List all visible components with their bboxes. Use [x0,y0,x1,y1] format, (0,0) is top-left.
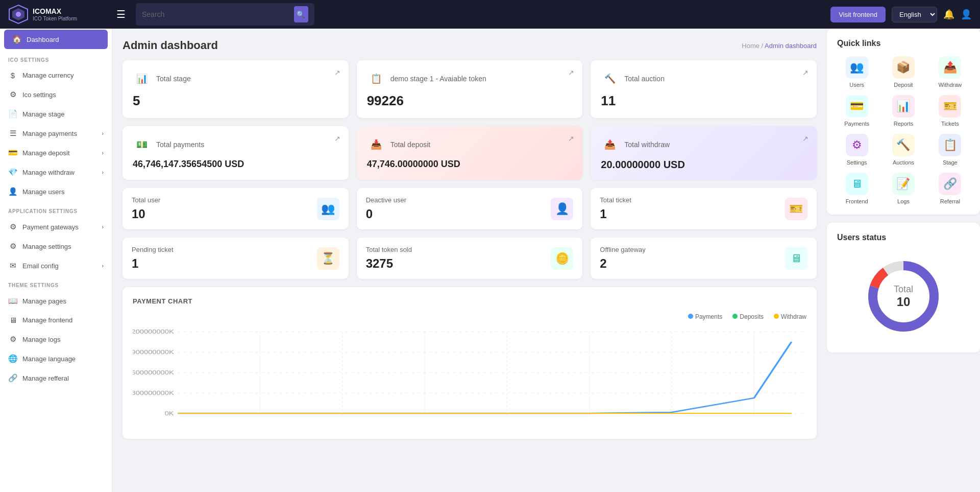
settings-icon: ⚙ [8,90,17,99]
ql-item-payments[interactable]: 💳 Payments [837,95,876,127]
quick-links-title: Quick links [837,39,970,48]
ql-item-reports[interactable]: 📊 Reports [884,95,923,127]
settings2-icon: ⚙ [8,242,17,251]
ql-item-withdraw[interactable]: 📤 Withdraw [930,56,970,88]
sidebar-label: Manage users [22,188,64,196]
sidebar-item-manage-users[interactable]: 👤 Manage users [0,182,112,201]
pending-ticket-icon: ⏳ [317,247,339,270]
deposit-icon: 💳 [8,148,17,157]
ql-item-deposit[interactable]: 📦 Deposit [884,56,923,88]
arrow-icon-total-stage[interactable]: ↗ [334,68,340,77]
quick-links-card: Quick links 👥 Users 📦 Deposit 📤 Withdraw… [827,29,980,215]
ql-item-stage[interactable]: 📋 Stage [930,134,970,166]
logo-name: ICOMAX [33,7,77,16]
pages-icon: 📖 [8,296,17,306]
sidebar-item-manage-stage[interactable]: 📄 Manage stage [0,104,112,124]
total-stage-value: 5 [133,93,338,109]
sidebar-item-manage-pages[interactable]: 📖 Manage pages [0,291,112,311]
sidebar-label: Manage deposit [22,149,70,157]
breadcrumb-current: Admin dashboard [765,42,817,50]
ql-item-logs[interactable]: 📝 Logs [884,173,923,204]
ql-item-tickets[interactable]: 🎫 Tickets [930,95,970,127]
ql-deposit-icon: 📦 [892,56,915,79]
small-card-total-user: Total user 10 👥 [122,188,349,229]
users-icon: 👤 [8,187,17,196]
card-header: 📋 demo stage 1 - Avaiable token [367,69,573,88]
ql-item-referral[interactable]: 🔗 Referral [930,173,970,204]
referral-icon: 🔗 [8,373,17,383]
sidebar-item-manage-currency[interactable]: $ Manage currency [0,66,112,85]
ql-users-label: Users [849,82,864,88]
small-card-total-token-sold: Total token sold 3275 🪙 [357,238,583,279]
users-status-title: Users status [837,233,970,242]
search-button[interactable]: 🔍 [294,6,308,22]
card-left: Total token sold 3275 [366,246,412,271]
sidebar-item-manage-language[interactable]: 🌐 Manage language [0,349,112,368]
total-payments-value: 46,746,147.35654500 USD [133,159,338,170]
sidebar-item-manage-frontend[interactable]: 🖥 Manage frontend [0,311,112,330]
sidebar-item-manage-deposit[interactable]: 💳 Manage deposit › [0,143,112,162]
ql-stage-icon: 📋 [939,134,961,156]
bottom-row: PAYMENT CHART Payments Deposits Withdraw [122,287,817,439]
right-panel: Quick links 👥 Users 📦 Deposit 📤 Withdraw… [827,29,980,492]
main-layout: 🏠 Dashboard ICO SETTINGS $ Manage curren… [0,29,980,492]
breadcrumb-home[interactable]: Home [742,42,760,50]
user-avatar-icon[interactable]: 👤 [961,9,972,20]
sidebar-item-manage-payments[interactable]: ☰ Manage payments › [0,124,112,143]
sidebar-item-manage-withdraw[interactable]: 💎 Manage withdraw › [0,162,112,182]
hamburger-menu[interactable]: ☰ [116,8,126,20]
ql-tickets-icon: 🎫 [939,95,961,118]
total-payments-icon: 💵 [133,135,151,154]
arrow-icon-total-auction[interactable]: ↗ [802,68,808,77]
total-auction-value: 11 [601,93,806,109]
deactive-user-value: 0 [366,207,406,221]
sidebar-item-ico-settings[interactable]: ⚙ Ico settings [0,85,112,104]
ql-item-auctions[interactable]: 🔨 Auctions [884,134,923,166]
ql-withdraw-icon: 📤 [939,56,961,79]
svg-point-2 [16,12,21,17]
donut-total-label: Total [894,284,913,295]
chevron-right-icon: › [102,224,104,230]
ql-logs-label: Logs [897,198,910,204]
card-left: Pending ticket 1 [132,246,174,271]
ql-referral-label: Referral [940,198,960,204]
sidebar-item-manage-settings[interactable]: ⚙ Manage settings [0,237,112,256]
logo-icon [8,4,29,25]
arrow-icon-total-withdraw[interactable]: ↗ [802,134,808,143]
small-card-deactive-user: Deactive user 0 👤 [357,188,583,229]
sidebar-item-label: Dashboard [27,36,59,43]
total-withdraw-value: 20.00000000 USD [601,159,806,171]
ql-item-frontend[interactable]: 🖥 Frontend [837,173,876,204]
sidebar-item-manage-logs[interactable]: ⚙ Manage logs [0,330,112,349]
total-stage-label: Total stage [156,75,191,83]
sidebar-item-email-config[interactable]: ✉ Email config › [0,256,112,275]
offline-gateway-value: 2 [600,256,645,271]
card-left: Deactive user 0 [366,196,406,221]
stats-row-1: ↗ 📊 Total stage 5 ↗ 📋 demo stage 1 - Ava… [122,60,817,118]
sidebar-item-dashboard[interactable]: 🏠 Dashboard [4,30,108,49]
ql-reports-label: Reports [894,121,914,127]
deactive-user-icon: 👤 [551,198,573,220]
notification-icon[interactable]: 🔔 [943,9,954,20]
logo[interactable]: ICOMAX ICO Token Platform [8,4,110,25]
arrow-icon-total-deposit[interactable]: ↗ [568,134,574,143]
sidebar-item-manage-referral[interactable]: 🔗 Manage refferal [0,368,112,388]
search-input[interactable] [142,10,290,18]
ql-item-settings[interactable]: ⚙ Settings [837,134,876,166]
total-ticket-label: Total ticket [600,196,631,204]
sidebar-label: Manage frontend [22,316,72,324]
ql-auctions-label: Auctions [893,159,914,166]
ql-reports-icon: 📊 [892,95,915,118]
arrow-icon-total-payments[interactable]: ↗ [334,134,340,143]
card-left: Offline gateway 2 [600,246,645,271]
logs-icon: ⚙ [8,335,17,344]
sidebar-item-payment-gateways[interactable]: ⚙ Payment gateways › [0,217,112,237]
ql-item-users[interactable]: 👥 Users [837,56,876,88]
ql-frontend-label: Frontend [846,198,868,204]
arrow-icon-demo-stage[interactable]: ↗ [568,68,574,77]
visit-frontend-button[interactable]: Visit frontend [830,7,886,22]
quick-links-grid: 👥 Users 📦 Deposit 📤 Withdraw 💳 Payments … [837,56,970,204]
language-select[interactable]: English Spanish French [892,7,937,22]
email-icon: ✉ [8,261,17,270]
total-user-value: 10 [132,207,160,221]
